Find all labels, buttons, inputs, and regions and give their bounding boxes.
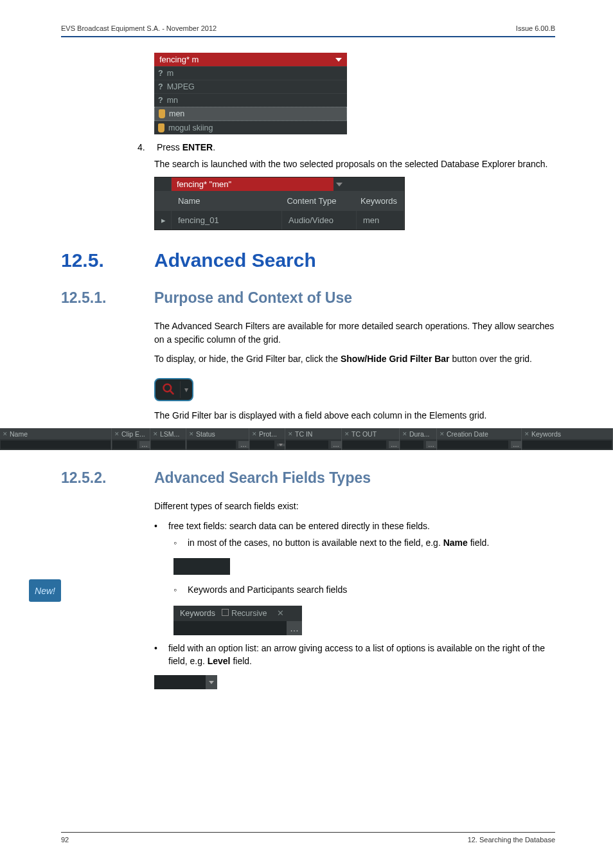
autocomplete-dropdown: fencing* m ? m ? MJPEG ? mn men mogul s [154, 53, 347, 134]
filter-col-lsm[interactable]: ✕LSM... [150, 428, 186, 439]
results-header-row: Name Content Type Keywords [155, 191, 404, 210]
level-dropdown-trigger[interactable] [206, 675, 217, 689]
filter-input-status[interactable] [187, 440, 236, 449]
filter-col-prot[interactable]: ✕Prot... [249, 428, 285, 439]
autocomplete-item-label: men [169, 109, 184, 118]
autocomplete-item-label: MJPEG [167, 82, 195, 91]
level-field-example [154, 675, 217, 689]
filter-col-name[interactable]: ✕Name [0, 428, 112, 439]
autocomplete-item[interactable]: ? mn [154, 93, 347, 107]
paragraph: Different types of search fields exist: [154, 500, 555, 512]
close-icon[interactable]: ✕ [288, 431, 293, 437]
close-icon[interactable]: ✕ [524, 431, 529, 437]
filter-input-creation-date[interactable] [438, 440, 508, 449]
column-header-name[interactable]: Name [172, 191, 281, 210]
bullet-icon: • [154, 520, 158, 532]
chevron-down-icon [335, 58, 342, 62]
results-table: fencing* "men" Name Content Type Keyword… [154, 177, 405, 230]
footer-section: 12. Searching the Database [468, 836, 555, 844]
bullet-icon: • [154, 642, 158, 668]
name-field-example[interactable] [173, 558, 230, 575]
more-icon[interactable]: … [426, 441, 436, 448]
column-header-keywords[interactable]: Keywords [354, 191, 404, 210]
filter-col-keywords[interactable]: ✕Keywords [522, 428, 613, 439]
bullet-list: • field with an option list: an arrow gi… [154, 642, 555, 668]
page-footer: 92 12. Searching the Database [61, 832, 555, 844]
close-icon[interactable]: ✕ [252, 431, 257, 437]
filter-col-clip[interactable]: ✕Clip E... [112, 428, 150, 439]
more-icon[interactable]: … [238, 441, 249, 448]
sub-bullet-icon: ◦ [173, 583, 177, 596]
autocomplete-item-label: mn [167, 96, 178, 105]
level-input[interactable] [154, 675, 206, 689]
recursive-checkbox[interactable]: Recursive [222, 606, 272, 621]
new-badge: New! [29, 579, 61, 602]
magnifier-icon [162, 383, 175, 397]
cell-content-type: Audio/Video [282, 210, 357, 230]
filter-input-clip[interactable] [112, 440, 137, 449]
filter-col-tcin[interactable]: ✕TC IN [285, 428, 342, 439]
filter-input-keywords[interactable] [522, 440, 612, 449]
expand-column [155, 177, 172, 191]
list-item: free text fields: search data can be ent… [168, 520, 430, 532]
tag-icon [159, 109, 165, 118]
page-header: EVS Broadcast Equipment S.A. - November … [61, 24, 555, 37]
filter-col-status[interactable]: ✕Status [186, 428, 249, 439]
filter-col-tcout[interactable]: ✕TC OUT [342, 428, 400, 439]
search-dropdown-trigger[interactable] [333, 177, 404, 191]
show-hide-filter-bar-button[interactable]: ▾ [154, 378, 193, 401]
results-row[interactable]: ▸ fencing_01 Audio/Video men [155, 210, 404, 230]
autocomplete-input-text: fencing* m [159, 55, 199, 64]
autocomplete-item-label: m [167, 69, 173, 78]
column-header-content-type[interactable]: Content Type [280, 191, 353, 210]
step-list: 4. Press ENTER. [138, 142, 555, 152]
close-icon[interactable]: ✕ [153, 431, 158, 437]
keywords-input[interactable] [173, 621, 287, 635]
autocomplete-item[interactable]: ? MJPEG [154, 80, 347, 93]
search-query-field[interactable]: fencing* "men" [172, 177, 333, 191]
autocomplete-item-selected[interactable]: men [154, 107, 347, 121]
filter-input-name[interactable] [1, 440, 111, 449]
tag-icon [158, 123, 164, 132]
close-icon[interactable]: ✕ [3, 431, 8, 437]
close-icon[interactable]: ✕ [272, 608, 289, 618]
close-icon[interactable]: ✕ [114, 431, 120, 437]
paragraph: To display, or hide, the Grid Filter bar… [154, 352, 555, 365]
filter-input-prot[interactable] [250, 440, 274, 449]
filter-input-dura[interactable] [400, 440, 423, 449]
close-icon[interactable]: ✕ [189, 431, 194, 437]
filter-input-lsm[interactable] [151, 440, 185, 449]
autocomplete-item[interactable]: mogul skiing [154, 121, 347, 134]
row-expand-icon[interactable]: ▸ [155, 210, 172, 230]
filter-input-tcout[interactable] [342, 440, 386, 449]
autocomplete-item[interactable]: ? m [154, 66, 347, 80]
filter-col-dura[interactable]: ✕Dura... [400, 428, 437, 439]
chevron-down-icon [209, 681, 214, 684]
chevron-down-icon[interactable]: ▾ [181, 385, 192, 394]
chevron-down-icon [336, 183, 342, 186]
more-icon[interactable]: … [389, 441, 399, 448]
more-icon[interactable]: … [331, 441, 341, 448]
list-item: Keywords and Participants search fields [188, 583, 347, 596]
checkbox-icon [222, 609, 229, 616]
heading-field-types: 12.5.2.Advanced Search Fields Types [61, 469, 555, 487]
cell-keywords: men [357, 210, 404, 230]
chevron-down-icon[interactable] [277, 444, 285, 446]
sub-bullet-icon: ◦ [173, 536, 177, 549]
paragraph: The Advanced Search Filters are availabl… [154, 320, 555, 346]
autocomplete-input[interactable]: fencing* m [154, 53, 347, 66]
filter-col-creation-date[interactable]: ✕Creation Date [437, 428, 522, 439]
heading-purpose: 12.5.1.Purpose and Context of Use [61, 289, 555, 307]
close-icon[interactable]: ✕ [344, 431, 350, 437]
cell-name: fencing_01 [172, 210, 282, 230]
filter-input-tcin[interactable] [286, 440, 328, 449]
question-icon: ? [158, 82, 163, 91]
more-icon[interactable]: … [139, 441, 150, 448]
close-icon[interactable]: ✕ [440, 431, 445, 437]
close-icon[interactable]: ✕ [402, 431, 407, 437]
more-icon[interactable]: … [287, 621, 302, 635]
heading-advanced-search: 12.5.Advanced Search [61, 249, 555, 271]
more-icon[interactable]: … [511, 441, 521, 448]
step-text: Press ENTER. [157, 142, 215, 152]
paragraph: The Grid Filter bar is displayed with a … [154, 409, 555, 422]
